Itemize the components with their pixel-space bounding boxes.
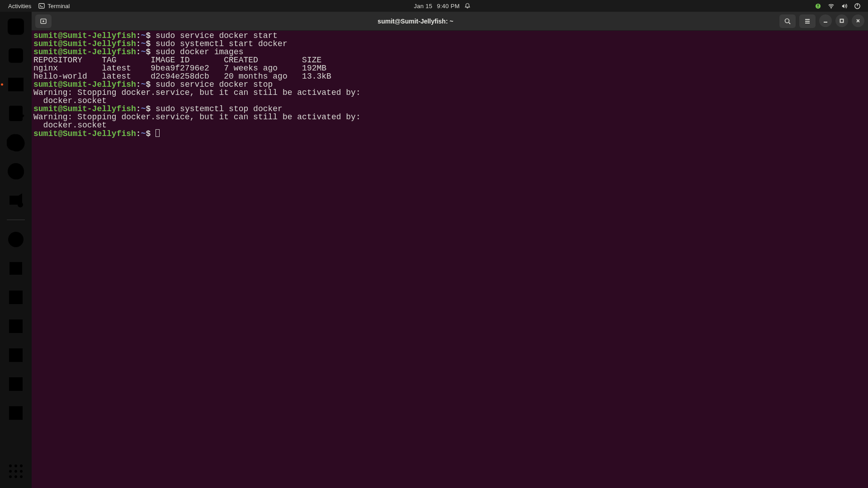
minimize-icon bbox=[823, 18, 828, 23]
terminal-line: sumit@Sumit-Jellyfish:~$ sudo docker ima… bbox=[33, 48, 866, 56]
cd-icon bbox=[7, 230, 25, 249]
svg-rect-6 bbox=[840, 19, 844, 22]
terminal-output-line: nginx latest 9bea9f2796e2 7 weeks ago 19… bbox=[33, 64, 866, 72]
firefox-icon bbox=[7, 162, 25, 180]
command-text: sudo service docker start bbox=[156, 31, 278, 40]
topbar-time[interactable]: 9:40 PM bbox=[437, 3, 460, 9]
terminal-line: sumit@Sumit-Jellyfish:~$ sudo systemctl … bbox=[33, 105, 866, 113]
dock-item-chrome[interactable] bbox=[5, 132, 26, 153]
dock-item-usb[interactable] bbox=[5, 258, 26, 279]
maximize-button[interactable] bbox=[835, 14, 848, 27]
svg-point-2 bbox=[831, 8, 832, 9]
dock-item-video[interactable] bbox=[5, 190, 26, 211]
dock bbox=[0, 12, 32, 488]
window-title: sumit@Sumit-Jellyfish: ~ bbox=[55, 18, 776, 25]
menu-button[interactable] bbox=[799, 14, 816, 28]
titlebar: sumit@Sumit-Jellyfish: ~ bbox=[32, 12, 868, 31]
cursor bbox=[156, 129, 160, 137]
dock-item-rhythmbox[interactable] bbox=[5, 16, 26, 37]
command-text: sudo systemctl stop docker bbox=[156, 104, 283, 113]
dock-item-files[interactable] bbox=[5, 45, 26, 66]
dock-item-firefox[interactable] bbox=[5, 161, 26, 182]
network-icon bbox=[828, 3, 835, 9]
show-applications-button[interactable] bbox=[5, 461, 26, 482]
command-text: sudo service docker stop bbox=[156, 80, 273, 89]
disk-icon bbox=[7, 288, 25, 306]
dock-item-disk[interactable] bbox=[5, 287, 26, 308]
close-button[interactable] bbox=[852, 14, 864, 27]
disk-icon bbox=[7, 346, 25, 364]
terminal-output-line: Warning: Stopping docker.service, but it… bbox=[33, 113, 866, 121]
command-text: sudo systemctl start docker bbox=[156, 39, 288, 48]
dock-item-disk[interactable] bbox=[5, 374, 26, 394]
system-status-area[interactable] bbox=[815, 3, 865, 9]
topbar-app-name: Terminal bbox=[47, 3, 70, 9]
files-icon bbox=[7, 47, 25, 65]
terminal-output-line: docker.socket bbox=[33, 121, 866, 129]
dock-separator bbox=[7, 220, 25, 220]
terminal-line: sumit@Sumit-Jellyfish:~$ sudo service do… bbox=[33, 32, 866, 40]
terminal-output-line: docker.socket bbox=[33, 97, 866, 105]
tab-new-icon bbox=[40, 18, 47, 25]
dock-item-disk[interactable] bbox=[5, 316, 26, 337]
dock-item-disk[interactable] bbox=[5, 345, 26, 366]
search-icon bbox=[784, 18, 791, 25]
svg-rect-0 bbox=[39, 4, 44, 9]
dock-item-cd[interactable] bbox=[5, 229, 26, 250]
grid-icon bbox=[7, 462, 25, 480]
activities-button[interactable]: Activities bbox=[8, 3, 31, 9]
command-text: sudo docker images bbox=[156, 47, 243, 56]
terminal-line: sumit@Sumit-Jellyfish:~$ bbox=[33, 129, 866, 138]
hamburger-icon bbox=[804, 18, 811, 25]
topbar-date[interactable]: Jan 15 bbox=[414, 3, 433, 9]
video-icon bbox=[7, 191, 25, 209]
terminal-window: sumit@Sumit-Jellyfish: ~ sumit@Sumit-Jel… bbox=[32, 12, 868, 488]
terminal-output-line: Warning: Stopping docker.service, but it… bbox=[33, 89, 866, 97]
close-icon bbox=[855, 18, 861, 23]
search-button[interactable] bbox=[779, 14, 796, 28]
terminal-icon bbox=[7, 75, 25, 94]
minimize-button[interactable] bbox=[819, 14, 832, 27]
disk-icon bbox=[7, 317, 25, 335]
terminal-icon bbox=[38, 3, 45, 9]
usb-icon bbox=[7, 259, 25, 277]
terminal-line: sumit@Sumit-Jellyfish:~$ sudo systemctl … bbox=[33, 40, 866, 48]
topbar-app-menu[interactable]: Terminal bbox=[38, 3, 70, 9]
chrome-icon bbox=[7, 133, 25, 151]
dock-item-disk[interactable] bbox=[5, 403, 26, 423]
gnome-topbar: Activities Terminal Jan 15 9:40 PM bbox=[0, 0, 868, 12]
volume-icon bbox=[841, 3, 848, 9]
notifications-icon[interactable] bbox=[464, 3, 471, 9]
maximize-icon bbox=[839, 18, 844, 23]
rhythmbox-icon bbox=[7, 18, 25, 36]
terminal-output-line: REPOSITORY TAG IMAGE ID CREATED SIZE bbox=[33, 56, 866, 64]
dock-item-text-editor[interactable] bbox=[5, 103, 26, 124]
power-icon bbox=[854, 3, 861, 9]
new-tab-button[interactable] bbox=[35, 14, 52, 28]
text-editor-icon bbox=[7, 104, 25, 122]
svg-point-5 bbox=[785, 19, 789, 23]
disk-icon bbox=[7, 375, 25, 393]
disk-icon bbox=[7, 404, 25, 422]
update-indicator-icon bbox=[815, 3, 821, 9]
terminal-line: sumit@Sumit-Jellyfish:~$ sudo service do… bbox=[33, 80, 866, 89]
terminal-viewport[interactable]: sumit@Sumit-Jellyfish:~$ sudo service do… bbox=[32, 31, 868, 488]
dock-item-terminal[interactable] bbox=[5, 74, 26, 95]
terminal-output-line: hello-world latest d2c94e258dcb 20 month… bbox=[33, 72, 866, 80]
